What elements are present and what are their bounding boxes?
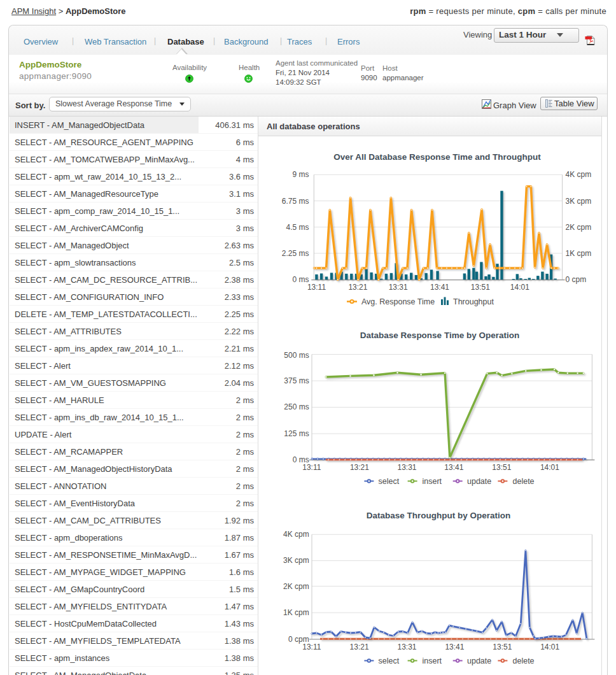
svg-text:13:11: 13:11 — [302, 463, 321, 472]
svg-text:13:31: 13:31 — [397, 463, 416, 472]
svg-text:500 ms: 500 ms — [284, 351, 309, 360]
svg-text:insert: insert — [423, 657, 442, 665]
svg-text:Over All Database Response Tim: Over All Database Response Time and Thro… — [333, 152, 541, 162]
svg-text:Database Throughput by Operati: Database Throughput by Operation — [367, 511, 511, 520]
svg-text:14:01: 14:01 — [540, 643, 559, 651]
svg-text:2.25 ms: 2.25 ms — [282, 249, 309, 258]
svg-text:4K cpm: 4K cpm — [566, 170, 592, 179]
svg-text:13:41: 13:41 — [445, 643, 464, 651]
svg-text:14:01: 14:01 — [540, 463, 559, 472]
svg-text:insert: insert — [423, 477, 442, 486]
svg-text:select: select — [379, 657, 400, 665]
svg-text:13:41: 13:41 — [430, 283, 449, 292]
svg-text:0 ms: 0 ms — [292, 275, 309, 284]
svg-text:13:51: 13:51 — [492, 463, 511, 472]
svg-text:13:21: 13:21 — [350, 463, 369, 472]
svg-text:delete: delete — [513, 477, 535, 486]
svg-text:13:51: 13:51 — [493, 643, 512, 651]
svg-text:0 cpm: 0 cpm — [566, 275, 587, 284]
svg-text:2K cpm: 2K cpm — [566, 223, 592, 232]
svg-text:4.5 ms: 4.5 ms — [286, 223, 309, 232]
svg-text:9 ms: 9 ms — [292, 170, 309, 179]
svg-text:Avg. Response Time: Avg. Response Time — [361, 297, 435, 306]
svg-text:13:11: 13:11 — [302, 643, 321, 651]
svg-text:update: update — [467, 477, 491, 486]
svg-text:6.75 ms: 6.75 ms — [282, 197, 309, 206]
svg-text:update: update — [467, 657, 491, 665]
svg-text:375 ms: 375 ms — [284, 376, 309, 385]
svg-text:3K cpm: 3K cpm — [283, 556, 309, 565]
svg-text:13:11: 13:11 — [307, 283, 326, 292]
svg-text:250 ms: 250 ms — [284, 402, 309, 411]
svg-text:delete: delete — [513, 657, 535, 665]
svg-text:13:41: 13:41 — [444, 463, 463, 472]
svg-text:Database Response Time by Oper: Database Response Time by Operation — [360, 330, 519, 340]
svg-text:Throughput: Throughput — [453, 297, 494, 306]
svg-text:select: select — [379, 477, 400, 486]
svg-text:13:21: 13:21 — [348, 283, 367, 292]
svg-text:125 ms: 125 ms — [284, 429, 309, 438]
svg-text:2K cpm: 2K cpm — [283, 582, 309, 591]
svg-text:3K cpm: 3K cpm — [566, 197, 592, 206]
svg-text:4K cpm: 4K cpm — [283, 530, 309, 539]
svg-text:14:01: 14:01 — [510, 283, 529, 292]
svg-text:13:31: 13:31 — [397, 643, 416, 651]
svg-text:13:51: 13:51 — [471, 283, 490, 292]
svg-text:1K cpm: 1K cpm — [283, 608, 309, 617]
svg-text:13:31: 13:31 — [389, 283, 408, 292]
svg-text:1K cpm: 1K cpm — [566, 249, 592, 258]
svg-text:13:21: 13:21 — [350, 643, 369, 651]
